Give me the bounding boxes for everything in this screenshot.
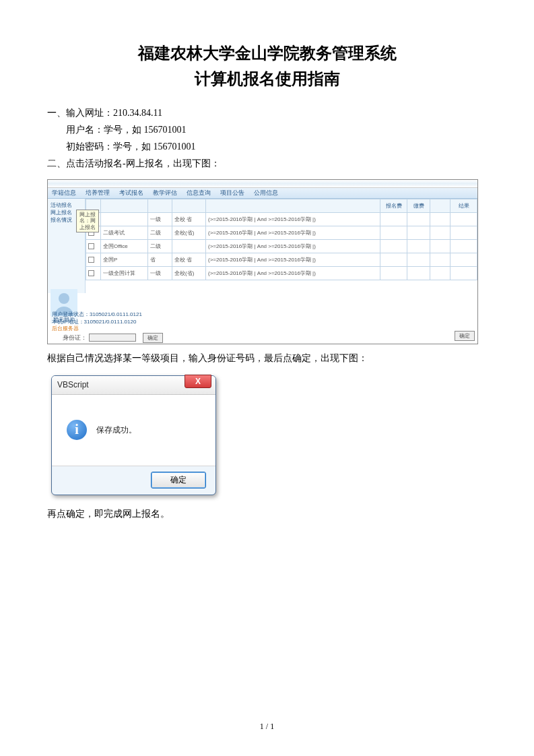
ok-button[interactable]: 确定: [151, 472, 206, 489]
checkbox[interactable]: [88, 270, 94, 276]
title-line-1: 福建农林大学金山学院教务管理系统: [47, 40, 487, 66]
register-table: 报名费 缴费 结果 一级全校 省(>=2015-2016学期 | And >=2…: [86, 199, 477, 280]
menu-item[interactable]: 项目公告: [220, 189, 244, 197]
end-instruction: 再点确定，即完成网上报名。: [47, 508, 487, 520]
corner-confirm-button[interactable]: 确定: [455, 331, 475, 341]
instr-3: 初始密码：学号，如 156701001: [47, 138, 487, 155]
mid-instruction: 根据自己情况选择某一等级项目，输入身份证号码，最后点确定，出现下图：: [47, 352, 487, 365]
menu-item[interactable]: 教学评估: [153, 189, 177, 197]
table-row: 一级全校 省(>=2015-2016学期 | And >=2015-2016学期…: [86, 212, 477, 226]
th: 报名费: [380, 199, 407, 212]
window-titlebar: [48, 180, 477, 188]
id-field: 身份证： 确定: [63, 333, 163, 343]
dialog-titlebar: VBScript X: [52, 376, 215, 395]
table-wrapper: 报名费 缴费 结果 一级全校 省(>=2015-2016学期 | And >=2…: [86, 199, 477, 280]
checkbox[interactable]: [88, 257, 94, 263]
screenshot-dialog: VBScript X 保存成功。 确定: [47, 370, 222, 501]
id-input[interactable]: [89, 334, 136, 342]
instructions: 一、输入网址：210.34.84.11 用户名：学号，如 156701001 初…: [47, 104, 487, 172]
screenshot-registration: 学籍信息 培养管理 考试报名 教学评估 信息查询 项目公告 公用信息 活动报名 …: [47, 179, 478, 344]
dialog-window: VBScript X 保存成功。 确定: [51, 375, 216, 495]
id-label: 身份证：: [63, 334, 87, 340]
th: 结果: [450, 199, 477, 212]
menu-item[interactable]: 信息查询: [187, 189, 211, 197]
page-number: 1 / 1: [0, 722, 534, 732]
table-row: 一级全国计算一级全校(省)(>=2015-2016学期 | And >=2015…: [86, 266, 477, 280]
sidebar-item[interactable]: 活动报名: [51, 201, 82, 209]
menu-item[interactable]: 学籍信息: [52, 189, 76, 197]
dialog-body: 保存成功。: [52, 395, 215, 466]
menu-item[interactable]: 考试报名: [119, 189, 143, 197]
dialog-message: 保存成功。: [96, 424, 137, 436]
dialog-footer: 确定: [52, 466, 215, 495]
instr-2: 用户名：学号，如 156701001: [47, 121, 487, 138]
th: 缴费: [407, 199, 430, 212]
table-row: 二级考试二级全校(省)(>=2015-2016学期 | And >=2015-2…: [86, 226, 477, 239]
menubar: 学籍信息 培养管理 考试报名 教学评估 信息查询 项目公告 公用信息: [48, 188, 477, 199]
info-icon: [67, 420, 87, 440]
title-line-2: 计算机报名使用指南: [47, 66, 487, 92]
menu-item[interactable]: 培养管理: [86, 189, 110, 197]
close-icon: X: [195, 377, 201, 386]
table-header-row: 报名费 缴费 结果: [86, 199, 477, 212]
close-button[interactable]: X: [185, 375, 211, 388]
instr-1: 一、输入网址：210.34.84.11: [47, 104, 487, 121]
server-link[interactable]: 后台服务器: [52, 325, 142, 332]
table-row: 全国P省全校 省(>=2015-2016学期 | And >=2015-2016…: [86, 253, 477, 266]
instr-4: 二、点击活动报名-网上报名，出现下图：: [47, 155, 487, 172]
dialog-title-text: VBScript: [57, 380, 89, 389]
menu-item[interactable]: 公用信息: [254, 189, 278, 197]
doc-title: 福建农林大学金山学院教务管理系统 计算机报名使用指南: [47, 40, 487, 92]
footer-info: 用户登录状态：3105021/0.0111.0121 本机IP地址：310502…: [52, 311, 142, 332]
tooltip: 网上报 名：网 上报名: [76, 210, 99, 233]
table-row: 全国Office二级(>=2015-2016学期 | And >=2015-20…: [86, 239, 477, 253]
confirm-button[interactable]: 确定: [143, 333, 163, 343]
checkbox[interactable]: [88, 243, 94, 249]
